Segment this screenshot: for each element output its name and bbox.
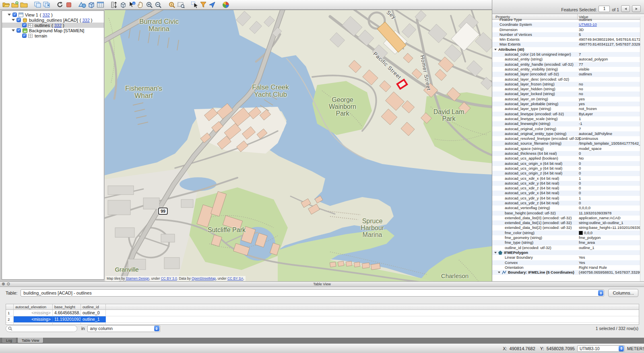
table-select-combo[interactable]: building_outlines [ACAD] - outlines [21, 289, 604, 297]
pan-button[interactable] [136, 0, 145, 9]
checkbox[interactable]: ✓ [17, 18, 21, 22]
property-row[interactable]: autocad_layer_on (string)yes [492, 97, 644, 102]
property-row[interactable]: Max Extents490770.8140341127, 5457837.33… [492, 42, 644, 47]
property-row[interactable]: autocad_ucs_ydir_y (64 bit real)1 [492, 196, 644, 201]
column-filter-dropdown[interactable]: any column [87, 325, 160, 332]
stop-button[interactable] [64, 0, 73, 9]
combo-dropdown-icon[interactable] [598, 290, 603, 296]
openstreetmap-link[interactable]: OpenStreetMap [192, 276, 216, 280]
checkbox[interactable]: ✓ [17, 28, 21, 33]
property-row[interactable]: autocad_space (string)model_space [492, 146, 644, 151]
cc-by-link[interactable]: CC BY 3.0 [161, 276, 177, 280]
property-row[interactable]: autocad_linetype (encoded: utf-32)ByLaye… [492, 112, 644, 116]
property-group-row[interactable]: IFMEPolygon [492, 250, 644, 255]
property-row[interactable]: autocad_ucs_ydir_x (64 bit real)0 [492, 191, 644, 195]
property-row[interactable]: autocad_color (16 bit unsigned integer)7 [492, 52, 644, 57]
new-view-button[interactable] [42, 0, 51, 9]
property-row[interactable]: autocad_resolved_linetype (encoded: utf-… [492, 136, 644, 141]
zoom-in-button[interactable] [145, 0, 154, 9]
feature-count-link[interactable]: 332 [82, 18, 89, 23]
property-row[interactable]: autocad_entity_visibility (string)visibl… [492, 67, 644, 72]
feature-count-link[interactable]: 332 [43, 12, 50, 17]
zoom-selected-button[interactable]: i [167, 0, 176, 9]
column-header[interactable]: outline_id [81, 304, 106, 309]
property-row[interactable]: ConvexYes [492, 260, 644, 265]
geometry-button[interactable] [87, 0, 96, 9]
expander-icon[interactable] [494, 49, 497, 50]
property-row[interactable]: autocad_layer (encoded: utf-32)outlines [492, 72, 644, 77]
table-cell[interactable]: outline_0 [81, 310, 106, 316]
open-dataset-button[interactable] [2, 0, 10, 9]
property-group-row[interactable]: Boundary: IFMELine (5 Coordinates)(49075… [492, 270, 644, 275]
property-row[interactable]: Linear BoundaryYes [492, 255, 644, 260]
tree-item-outlines[interactable]: ✓ outlines ( 332 ) [2, 23, 104, 28]
next-feature-button[interactable] [632, 5, 641, 12]
property-row[interactable]: Number of Vertices5 [492, 32, 644, 37]
background-map-button[interactable] [221, 0, 230, 9]
close-pane-icon[interactable]: ⊗ [2, 282, 5, 286]
property-row[interactable]: extended_data_list{2} (encoded: utf-32)s… [492, 225, 644, 230]
tab-table-view[interactable]: Table View [17, 338, 43, 343]
column-header[interactable]: base_height [53, 304, 81, 309]
expander-icon[interactable] [494, 252, 497, 253]
property-row[interactable]: autocad_entity_handle (encoded: utf-32)7… [492, 62, 644, 67]
table-row[interactable]: 1<missing>4.664566358...outline_0 [6, 310, 639, 316]
expander-icon[interactable] [498, 272, 500, 273]
select-area-button[interactable] [190, 0, 199, 9]
feature-count-link[interactable]: 332 [54, 23, 62, 28]
table-cell[interactable]: <missing> [14, 316, 53, 322]
stamen-design-link[interactable]: Stamen Design [126, 276, 149, 280]
property-row[interactable]: autocad_layer_desc (encoded: utf-32) [492, 77, 644, 82]
property-row[interactable]: autocad_lineweight (string)-1 [492, 121, 644, 126]
dropdown-stepper-icon[interactable] [154, 326, 159, 331]
checkbox[interactable]: ✓ [22, 23, 27, 27]
property-row[interactable]: OrientationRight Hand Rule [492, 265, 644, 270]
property-row[interactable]: Dimension3D [492, 27, 644, 32]
checkbox[interactable]: ✓ [12, 12, 17, 17]
columns-button[interactable]: Columns... [608, 289, 638, 297]
property-row[interactable]: fme_type (string)fme_area [492, 240, 644, 245]
copy-view-button[interactable] [33, 0, 42, 9]
table-cell[interactable]: outline_1 [81, 316, 106, 322]
property-row[interactable]: extended_data_list{1} (encoded: utf-32)s… [492, 220, 644, 225]
tab-log[interactable]: Log [2, 338, 17, 343]
property-row[interactable]: autocad_original_entity_type (string)aut… [492, 131, 644, 136]
expander-icon[interactable] [12, 29, 15, 31]
previous-feature-button[interactable] [621, 5, 630, 12]
property-row[interactable]: outline_id (encoded: utf-32)outline_1 [492, 245, 644, 250]
table-cell[interactable]: <missing> [14, 310, 53, 316]
orbit-3d-button[interactable] [118, 0, 127, 9]
property-row[interactable]: base_height (encoded: utf-32)11.19320109… [492, 211, 644, 216]
property-row[interactable]: autocad_ucs_xdir_y (64 bit real)0 [492, 181, 644, 186]
property-row[interactable]: fme_color (string)0,0,0 [492, 230, 644, 235]
coordinate-system-combo[interactable]: UTM83-10 [577, 345, 625, 352]
property-row[interactable]: extended_data_list{0} (encoded: utf-32)a… [492, 216, 644, 220]
property-row[interactable]: autocad_entity (string)autocad_polygon [492, 57, 644, 62]
float-pane-icon[interactable]: ⊙ [6, 282, 10, 286]
select-info-button[interactable]: i [127, 0, 136, 9]
measure-button[interactable] [109, 0, 118, 9]
property-row[interactable]: fme_geometry (string)fme_polygon [492, 235, 644, 240]
property-row[interactable]: autocad_ucs_applied (boolean)No [492, 156, 644, 161]
cc-by-sa-link[interactable]: CC BY SA [227, 276, 244, 280]
tree-item-view1[interactable]: ✓ View 1 ( 332 ) [2, 12, 104, 17]
tree-item-terrain[interactable]: ✓ terrain [2, 33, 104, 38]
property-row[interactable]: autocad_original_color (string)7 [492, 127, 644, 131]
refresh-button[interactable] [56, 0, 64, 9]
expander-icon[interactable] [12, 19, 15, 21]
property-row[interactable]: autocad_ucs_xdir_x (64 bit real)1 [492, 176, 644, 181]
search-input[interactable] [6, 325, 77, 332]
property-row[interactable]: autocad_ucs_xdir_z (64 bit real)0 [492, 186, 644, 191]
map-view[interactable]: Burrard Civic Marina Fisherman's Wharf F… [105, 10, 492, 282]
zoom-window-button[interactable] [176, 0, 185, 9]
property-row[interactable]: autocad_layer_locked (string)no [492, 91, 644, 96]
property-row[interactable]: autocad_source_filename (string)/tmp/wb_… [492, 141, 644, 146]
feature-index-field[interactable]: 1 [599, 6, 610, 12]
property-row[interactable]: autocad_ucs_ydir_z (64 bit real)0 [492, 201, 644, 206]
property-row[interactable]: autocad_linetype_scale (string)1 [492, 116, 644, 121]
close-dataset-button[interactable] [19, 0, 28, 9]
table-row[interactable]: 2<missing>11.1932010933...outline_1 [6, 316, 639, 323]
navigate-button[interactable] [208, 0, 217, 9]
tree-item-background-map[interactable]: ✓ Background Map [STAMEN] [2, 28, 104, 33]
property-group-row[interactable]: Attributes (40) [492, 47, 644, 52]
